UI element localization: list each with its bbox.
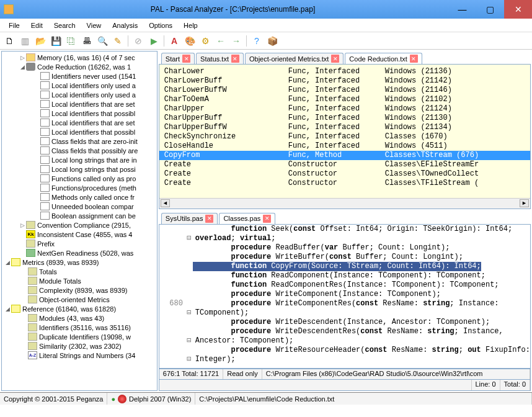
source-line[interactable]: function ReadComponentRes(Instance: TCom… — [159, 280, 530, 290]
tab[interactable]: Start✕ — [161, 53, 195, 64]
report-row[interactable]: CheckSynchronizeFunc, InterfacedClasses … — [159, 132, 530, 141]
search-button[interactable]: 🔍 — [95, 34, 109, 48]
source-line[interactable]: procedure WriteResourceHeader(const ResN… — [159, 346, 530, 355]
menu-view[interactable]: View — [82, 20, 107, 30]
report-row[interactable]: CharToOemAFunc, InterfacedWindows (21102… — [159, 95, 530, 104]
palette-button[interactable]: 🎨 — [183, 34, 197, 48]
folder-button[interactable]: 📂 — [33, 34, 47, 48]
tree-node[interactable]: Local identifiers only used a — [2, 90, 157, 99]
source-line[interactable]: procedure WriteDescendent(Instance, Ance… — [159, 318, 530, 327]
tab[interactable]: Status.txt✕ — [196, 53, 244, 64]
close-icon[interactable]: ✕ — [263, 215, 271, 223]
report-row[interactable]: CharLowerBuffWFunc, InterfacedWindows (2… — [159, 86, 530, 95]
menu-file[interactable]: File — [4, 20, 25, 30]
tree-node[interactable]: ▷Memory (16, was 16) (4 of 7 sec — [2, 53, 157, 62]
box-button[interactable]: 📦 — [265, 34, 279, 48]
report-row[interactable]: CreateConstructorClasses\TOwnedCollect — [159, 169, 530, 179]
tree-node[interactable]: ◢Reference (61840, was 61828) — [2, 304, 157, 313]
forward-button[interactable]: → — [229, 34, 243, 48]
tree-node[interactable]: NextGen Readiness (5028, was — [2, 248, 157, 258]
source-line[interactable]: procedure WriteComponent(Instance: TComp… — [159, 290, 530, 299]
report-row[interactable]: CopyFromFunc, MethodClasses\TStream (676… — [159, 151, 530, 160]
close-icon[interactable]: ✕ — [231, 55, 239, 63]
tree-node[interactable]: Object-oriented Metrics — [2, 295, 157, 304]
tab[interactable]: Object-oriented Metrics.txt✕ — [245, 53, 344, 64]
report-row[interactable]: CharLowerFunc, InterfacedWindows (21136) — [159, 67, 530, 76]
tab[interactable]: Code Reduction.txt✕ — [345, 53, 422, 64]
tree-node[interactable]: Boolean assignment can be — [2, 211, 157, 220]
close-icon[interactable]: ✕ — [410, 55, 418, 63]
stop-button[interactable]: ⊘ — [131, 34, 145, 48]
tree-node[interactable]: Local long strings that possi — [2, 164, 157, 174]
source-line[interactable]: procedure WriteDescendentRes(const ResNa… — [159, 327, 530, 336]
tree-node[interactable]: Identifiers never used (1541 — [2, 71, 157, 81]
back-button[interactable]: ← — [214, 34, 228, 48]
source-line[interactable]: function Seek(const Offset: Int64; Origi… — [159, 225, 530, 234]
menu-edit[interactable]: Edit — [26, 20, 48, 30]
tree-node[interactable]: Similarity (2302, was 2302) — [2, 341, 157, 351]
tab[interactable]: Classes.pas✕ — [219, 213, 275, 224]
tree-node[interactable]: ▷Convention Compliance (2915, — [2, 220, 157, 230]
close-button[interactable]: ✕ — [504, 0, 532, 19]
tree-node[interactable]: Local long strings that are in — [2, 155, 157, 164]
tree-node[interactable]: Local identifiers that possibl — [2, 109, 157, 118]
tree-node[interactable]: Module Totals — [2, 276, 157, 285]
source-line[interactable]: 680 procedure WriteComponentRes(const Re… — [159, 299, 530, 308]
report-panel[interactable]: CharLowerFunc, InterfacedWindows (21136)… — [159, 65, 531, 209]
source-line[interactable]: ⊟TComponent); — [159, 308, 530, 318]
menu-options[interactable]: Options — [144, 20, 177, 30]
source-line[interactable]: ⊟Integer); — [159, 355, 530, 364]
print-button[interactable]: 🖶 — [80, 34, 94, 48]
report-row[interactable]: CreateConstructorClasses\EFileStreamEr — [159, 160, 530, 169]
tree-node[interactable]: Local identifiers that are set — [2, 118, 157, 127]
tree-node[interactable]: Modules (43, was 43) — [2, 313, 157, 323]
report-row[interactable]: CloseHandleFunc, InterfacedWindows (4511… — [159, 141, 530, 151]
tree-node[interactable]: Local identifiers only used a — [2, 81, 157, 90]
tree-node[interactable]: Class fields that are zero-init — [2, 137, 157, 146]
copy-button[interactable]: ⿻ — [64, 34, 78, 48]
tree-panel[interactable]: ▷Memory (16, was 16) (4 of 7 sec ◢Code R… — [1, 51, 157, 391]
scroll-right-icon[interactable]: ► — [520, 199, 529, 207]
open-button[interactable]: ▥ — [18, 34, 32, 48]
maximize-button[interactable]: ▢ — [476, 0, 504, 19]
report-row[interactable]: CharUpperFunc, InterfacedWindows (21124) — [159, 104, 530, 114]
menu-search[interactable]: Search — [49, 20, 81, 30]
scroll-left-icon[interactable]: ◄ — [161, 199, 170, 207]
tree-node[interactable]: A-ZLiteral Strings and Numbers (34 — [2, 351, 157, 360]
minimize-button[interactable]: — — [448, 0, 476, 19]
new-button[interactable]: 🗋 — [2, 34, 16, 48]
tree-node[interactable]: Prefix — [2, 239, 157, 248]
tree-node[interactable]: Unneeded boolean compar — [2, 202, 157, 211]
help-button[interactable]: ? — [250, 34, 264, 48]
close-icon[interactable]: ✕ — [205, 215, 213, 223]
close-icon[interactable]: ✕ — [182, 55, 190, 63]
tree-node[interactable]: Functions called only as pro — [2, 174, 157, 183]
run-button[interactable]: ▶ — [147, 34, 161, 48]
scrollbar[interactable]: ◄ ► — [159, 198, 530, 208]
tab[interactable]: SysUtils.pas✕ — [161, 213, 218, 224]
tree-node[interactable]: Complexity (8939, was 8939) — [2, 285, 157, 295]
save-button[interactable]: 💾 — [49, 34, 63, 48]
source-panel[interactable]: function Seek(const Offset: Int64; Origi… — [159, 224, 531, 369]
menu-help[interactable]: Help — [179, 20, 203, 30]
report-row[interactable]: CharLowerBuffFunc, InterfacedWindows (21… — [159, 76, 530, 86]
tree-node[interactable]: Class fields that possibly are — [2, 146, 157, 155]
source-line[interactable]: procedure ReadBuffer(var Buffer; Count: … — [159, 243, 530, 253]
gear-button[interactable]: ⚙ — [198, 34, 212, 48]
report-row[interactable]: CreateConstructorClasses\TFileStream ( — [159, 179, 530, 188]
source-line[interactable]: procedure WriteBuffer(const Buffer; Coun… — [159, 253, 530, 262]
tree-node[interactable]: KkInconsistent Case (4855, was 4 — [2, 230, 157, 239]
report-row[interactable]: CharUpperBuffFunc, InterfacedWindows (21… — [159, 114, 530, 123]
font-button[interactable]: A — [167, 34, 181, 48]
close-icon[interactable]: ✕ — [331, 55, 339, 63]
source-line[interactable]: ⊟overload; virtual; — [159, 234, 530, 243]
tree-node[interactable]: Local identifiers that possibl — [2, 127, 157, 137]
tree-node[interactable]: ◢Code Reduction (16262, was 1 — [2, 62, 157, 71]
tree-node[interactable]: Duplicate Identifiers (19098, w — [2, 332, 157, 341]
menu-analysis[interactable]: Analysis — [107, 20, 143, 30]
edit-button[interactable]: ✎ — [111, 34, 125, 48]
source-line[interactable]: function ReadComponent(Instance: TCompon… — [159, 271, 530, 280]
tree-node[interactable]: Identifiers (35116, was 35116) — [2, 323, 157, 332]
tree-node[interactable]: Local identifiers that are set — [2, 99, 157, 109]
source-line[interactable]: ⊟Ancestor: TComponent); — [159, 336, 530, 346]
